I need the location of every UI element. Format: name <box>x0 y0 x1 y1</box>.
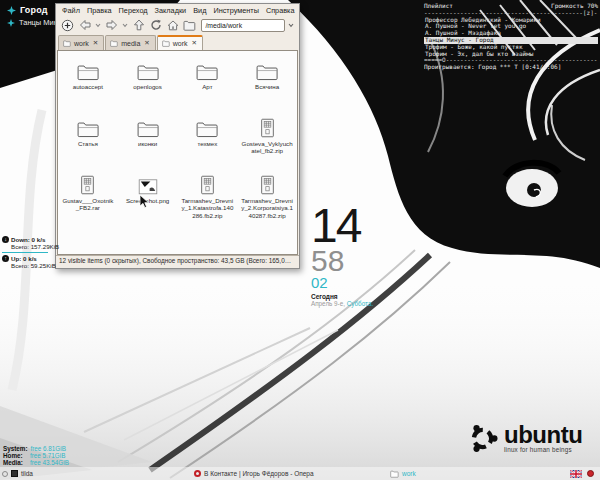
file-name: Tarmashev_Drevniy_1.Katastrofa.140286.fb… <box>181 197 233 219</box>
clock-second: 02 <box>311 276 373 290</box>
taskbar: tilda В Контакте | Игорь Фёдоров - Опера… <box>0 467 600 480</box>
tab-close-icon[interactable]: ✕ <box>144 39 149 47</box>
folder-icon <box>76 120 100 138</box>
folder-icon <box>136 120 160 138</box>
file-icon-box <box>79 171 96 195</box>
uk-flag-icon <box>570 470 582 478</box>
file-name: openlogos <box>133 83 162 90</box>
task-tilda[interactable]: tilda <box>2 467 33 480</box>
folder-icon <box>255 63 279 81</box>
tab[interactable]: work ✕ <box>157 35 203 50</box>
file-item[interactable]: Gustav___Oxotnik_FB2.rar <box>58 171 118 228</box>
refresh-button[interactable] <box>149 18 163 32</box>
now-playing-title: Город <box>20 5 48 15</box>
new-tab-button[interactable] <box>61 18 75 32</box>
menu-item[interactable]: Переход <box>119 6 148 15</box>
archive-file-icon <box>259 118 276 138</box>
file-icon-box <box>136 114 160 138</box>
upload-icon: ↑ <box>2 255 9 262</box>
opera-icon <box>194 470 201 477</box>
file-icon-box <box>138 171 158 195</box>
archive-file-icon <box>259 175 276 195</box>
playlist-status: Проигрывается: Город *** Т [0:41/4:06] <box>424 64 598 71</box>
home-button[interactable] <box>166 18 180 32</box>
folder-open-icon <box>183 20 196 31</box>
file-item[interactable]: техмех <box>178 114 238 171</box>
tab-label: work <box>173 40 188 47</box>
file-name: иконки <box>138 140 157 147</box>
back-history-dropdown[interactable] <box>95 18 102 32</box>
menu-item[interactable]: Вид <box>193 6 206 15</box>
menu-item[interactable]: Справка <box>266 6 295 15</box>
file-icon-box <box>255 57 279 81</box>
disk-free-value: free 6.81GiB <box>31 445 66 452</box>
red-status-icon <box>587 470 594 477</box>
file-name: autoaccept <box>73 83 103 90</box>
menu-item[interactable]: Инструменты <box>213 6 259 15</box>
file-item[interactable]: autoaccept <box>58 57 118 114</box>
task-tilda-label: tilda <box>21 470 33 477</box>
forward-button[interactable] <box>105 18 119 32</box>
star-icon <box>7 6 16 15</box>
disk-label: Media: <box>3 459 27 466</box>
menu-item[interactable]: Закладки <box>155 6 187 15</box>
clock-widget: 14 58 02 Сегодня Апрель 9-е, Суббота. <box>311 206 373 307</box>
chevron-down-icon <box>288 22 294 28</box>
tray-icon <box>2 471 8 477</box>
playlist-track[interactable]: А. Пушной - Мэздафака <box>424 30 598 37</box>
file-item[interactable]: Gosteva_Vyklyuchatel_fb2.zip <box>237 114 297 171</box>
menu-item[interactable]: Файл <box>62 6 80 15</box>
ubuntu-branding: ubuntu linux for human beings <box>466 422 582 455</box>
disk-free-value: free 43.54GiB <box>30 459 69 466</box>
address-bar[interactable]: /media/work <box>201 19 285 32</box>
ubuntu-wordmark: ubuntu <box>504 424 582 445</box>
playlist-track[interactable]: Трофим - Эх, дал бы кто взаймы <box>424 51 598 58</box>
playlist-track[interactable]: Профессор Лебединский - Комарики <box>424 17 598 24</box>
tab[interactable]: media ✕ <box>105 35 156 50</box>
playlist-separator: ----------------------------------------… <box>424 10 598 17</box>
task-opera[interactable]: В Контакте | Игорь Фёдоров - Опера <box>194 467 314 480</box>
clock-weekday: Суббота. <box>347 300 373 307</box>
file-item[interactable]: иконки <box>118 114 178 171</box>
file-item[interactable]: Tarmashev_Drevniy_1.Katastrofa.140286.fb… <box>178 171 238 228</box>
tab-bar: work ✕ media ✕ work ✕ <box>56 34 299 50</box>
download-icon: ↓ <box>2 236 9 243</box>
file-item[interactable]: Статья <box>58 114 118 171</box>
toolbar: /media/work <box>56 16 299 34</box>
file-item[interactable]: Всячина <box>237 57 297 114</box>
disk-monitor: System: free 6.81GiB Home: free 5.71GiB … <box>3 445 69 467</box>
back-button[interactable] <box>78 18 92 32</box>
tray-notification[interactable] <box>587 467 594 480</box>
folder-icon <box>76 63 100 81</box>
file-name: техмех <box>197 140 217 147</box>
tab-close-icon[interactable]: ✕ <box>192 39 197 47</box>
file-name: Gustav___Oxotnik_FB2.rar <box>62 197 114 212</box>
file-icon-box <box>259 171 276 195</box>
tab[interactable]: work ✕ <box>58 35 104 50</box>
arrow-left-icon <box>79 19 91 31</box>
playlist-progress-bar[interactable]: =====O----------------------------------… <box>424 57 598 64</box>
disk-free-value: free 5.71GiB <box>30 452 65 459</box>
disk-row: Home: free 5.71GiB <box>3 452 69 459</box>
file-view: autoaccept <box>57 50 298 255</box>
home-icon <box>167 19 179 31</box>
forward-history-dropdown[interactable] <box>122 18 129 32</box>
file-item[interactable]: Tarmashev_Drevniy_2.Korporatsiya.140287.… <box>237 171 297 228</box>
playlist-track[interactable]: Танцы Минус - Город <box>424 37 598 44</box>
file-name: Всячина <box>255 83 279 90</box>
playlist-track[interactable]: А. Пушной - Never let you go <box>424 23 598 30</box>
address-dropdown[interactable] <box>288 18 295 32</box>
file-icon-box <box>195 114 219 138</box>
tab-close-icon[interactable]: ✕ <box>93 39 98 47</box>
task-file-manager[interactable]: work <box>390 467 416 480</box>
keyboard-layout-indicator[interactable] <box>570 467 582 480</box>
playlist-track[interactable]: Трофим - Боже, какой пустяк <box>424 44 598 51</box>
file-item[interactable]: openlogos <box>118 57 178 114</box>
up-button[interactable] <box>132 18 146 32</box>
menu-item[interactable]: Правка <box>87 6 112 15</box>
open-folder-button[interactable] <box>182 18 196 32</box>
chevron-down-icon <box>95 22 101 28</box>
file-item[interactable]: Арт <box>178 57 238 114</box>
folder-icon <box>136 63 160 81</box>
console-playlist: Плейлист Громкость 70% -----------------… <box>424 3 598 71</box>
